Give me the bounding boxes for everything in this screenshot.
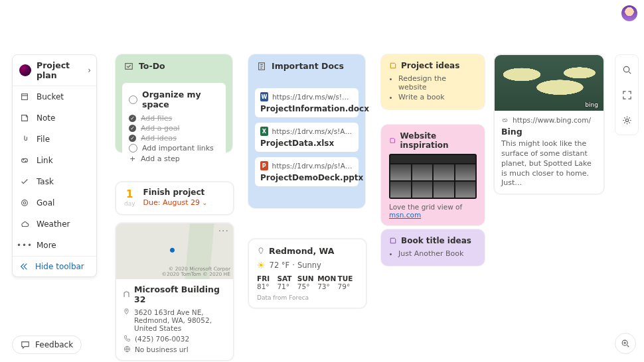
svg-point-7 — [23, 202, 26, 204]
check-icon[interactable] — [129, 135, 136, 142]
todo-add-step[interactable]: +Add a step — [129, 154, 219, 163]
toolbar-item-goal[interactable]: Goal — [13, 192, 96, 213]
map-thumbnail[interactable]: ··· © 2020 Microsoft Corpor ©2020 TomTom… — [116, 223, 233, 279]
page-name: Project plan — [144, 9, 202, 19]
toolbar-item-bucket[interactable]: Bucket — [13, 86, 96, 107]
toolbar-item-more[interactable]: ••• More — [13, 235, 96, 256]
search-button[interactable] — [617, 60, 636, 79]
help-button[interactable]: ? — [595, 0, 619, 27]
link-url: https://www.bing.com/ — [513, 116, 591, 124]
location-card[interactable]: ··· © 2020 Microsoft Corpor ©2020 TomTom… — [116, 223, 234, 361]
svg-point-4 — [625, 119, 628, 121]
note-caption-link[interactable]: msn.com — [389, 211, 421, 219]
hide-toolbar-button[interactable]: Hide toolbar — [13, 256, 96, 276]
bucket-icon — [19, 91, 30, 102]
toolbar-item-task[interactable]: Task — [13, 171, 96, 192]
zoom-button[interactable] — [615, 333, 636, 354]
fullscreen-button[interactable] — [617, 86, 636, 104]
todo-step[interactable]: Add ideas — [129, 133, 219, 143]
canvas-settings-button[interactable] — [617, 111, 636, 129]
weather-cond: Sunny — [297, 261, 321, 270]
weather-card[interactable]: Redmond, WA ☀ 72 °F · Sunny FRI SAT SUN … — [248, 239, 366, 308]
waffle-icon — [9, 9, 18, 18]
card-menu-button[interactable]: ··· — [218, 225, 229, 236]
note-caption-text: Love the grid view of — [389, 203, 462, 211]
note-website-inspiration[interactable]: Website inspiration Love the grid view o… — [381, 125, 485, 225]
docs-card[interactable]: Important Docs https://1drv.ms/w/s!Ah9B…… — [248, 54, 365, 208]
doc-item[interactable]: https://1drv.ms/p/s!Ah9B3… ProjectDemoDe… — [255, 157, 359, 186]
word-file-icon — [260, 92, 268, 101]
circle-icon[interactable] — [129, 144, 137, 152]
goal-due-button[interactable]: Due: August 29 ⌄ — [143, 198, 225, 207]
toolbar-item-weather[interactable]: Weather — [13, 213, 96, 235]
note-bullet: Just Another Book — [398, 249, 477, 258]
note-project-ideas[interactable]: Project ideas Redesign the website Write… — [381, 54, 485, 109]
file-icon — [19, 134, 30, 145]
link-thumbnail: bing — [495, 55, 604, 111]
plan-name: Project plan — [37, 60, 88, 80]
skype-button[interactable] — [523, 0, 547, 27]
doc-url: https://1drv.ms/w/s!Ah9B… — [272, 93, 353, 101]
todo-step[interactable]: Add files — [129, 113, 219, 123]
docs-title-row: Important Docs — [256, 61, 357, 71]
note-body: Redesign the website Write a book — [389, 74, 477, 101]
goal-count: 1 day — [124, 188, 135, 207]
check-icon[interactable] — [129, 125, 136, 132]
note-icon — [389, 137, 396, 145]
docs-title: Important Docs — [272, 61, 344, 71]
link-icon — [19, 155, 30, 166]
todo-step[interactable]: Add important links — [129, 143, 219, 153]
svg-point-6 — [22, 200, 28, 206]
doc-filename: ProjectInformation.docx — [260, 104, 353, 113]
goal-due-text: Due: August 29 — [143, 198, 200, 207]
note-title: Project ideas — [401, 61, 459, 70]
workspace-canvas[interactable]: Project plan › Bucket Note File Link Tas… — [0, 27, 644, 362]
doc-item[interactable]: https://1drv.ms/w/s!Ah9B… ProjectInforma… — [255, 88, 359, 117]
link-card[interactable]: bing https://www.bing.com/ Bing This mig… — [494, 54, 604, 194]
goal-card[interactable]: 1 day Finish project Due: August 29 ⌄ — [116, 182, 234, 215]
feedback-button[interactable]: Feedback — [12, 335, 82, 354]
map-attrib-2: ©2020 TomTom © 2020 HE — [162, 272, 231, 277]
globe-icon — [123, 345, 131, 353]
todo-step-text: Add files — [141, 114, 172, 123]
todo-task-title: Organize my space — [142, 90, 219, 109]
toolbar-label: Goal — [37, 198, 54, 208]
svg-point-3 — [623, 66, 629, 72]
circle-icon[interactable] — [129, 95, 137, 104]
goal-count-unit: day — [124, 200, 135, 207]
location-name-row: Microsoft Building 32 — [123, 284, 226, 304]
plan-avatar — [19, 64, 31, 76]
note-bullet: Write a book — [398, 93, 477, 101]
svg-rect-1 — [555, 10, 563, 15]
svg-point-2 — [582, 12, 584, 15]
check-icon[interactable] — [129, 115, 136, 122]
note-bullet: Redesign the website — [398, 74, 477, 91]
present-button[interactable] — [547, 0, 571, 27]
plan-switcher[interactable]: Project plan › — [13, 55, 96, 86]
toolbar-item-file[interactable]: File — [13, 129, 96, 150]
link-icon — [501, 117, 509, 124]
sun-icon: ☀ — [257, 260, 266, 271]
svg-rect-5 — [22, 94, 28, 100]
toolbar-item-link[interactable]: Link — [13, 150, 96, 171]
todo-step[interactable]: Add a goal — [129, 123, 219, 133]
todo-icon — [123, 61, 133, 71]
hide-toolbar-label: Hide toolbar — [35, 262, 84, 271]
app-launcher-button[interactable] — [0, 9, 27, 18]
doc-item[interactable]: https://1drv.ms/x/s!Ah9B3… ProjectData.x… — [255, 123, 359, 152]
settings-button[interactable] — [571, 0, 595, 27]
note-body: Just Another Book — [389, 249, 477, 258]
note-title-row: Website inspiration — [389, 131, 477, 150]
chevron-down-icon: ⌄ — [202, 200, 207, 206]
weather-day: SUN — [297, 274, 317, 282]
toolbar-item-note[interactable]: Note — [13, 107, 96, 129]
user-avatar[interactable] — [621, 5, 637, 21]
todo-card[interactable]: To-Do Organize my space Add files Add a … — [116, 54, 232, 152]
todo-task[interactable]: Organize my space Add files Add a goal A… — [122, 83, 226, 168]
goal-icon — [19, 198, 30, 208]
doc-url: https://1drv.ms/x/s!Ah9B3… — [272, 127, 353, 135]
weather-forecast-temp: 81° — [257, 282, 277, 290]
doc-url: https://1drv.ms/p/s!Ah9B3… — [272, 162, 353, 170]
todo-task-title-row: Organize my space — [129, 90, 219, 109]
note-book-ideas[interactable]: Book title ideas Just Another Book — [381, 229, 485, 266]
